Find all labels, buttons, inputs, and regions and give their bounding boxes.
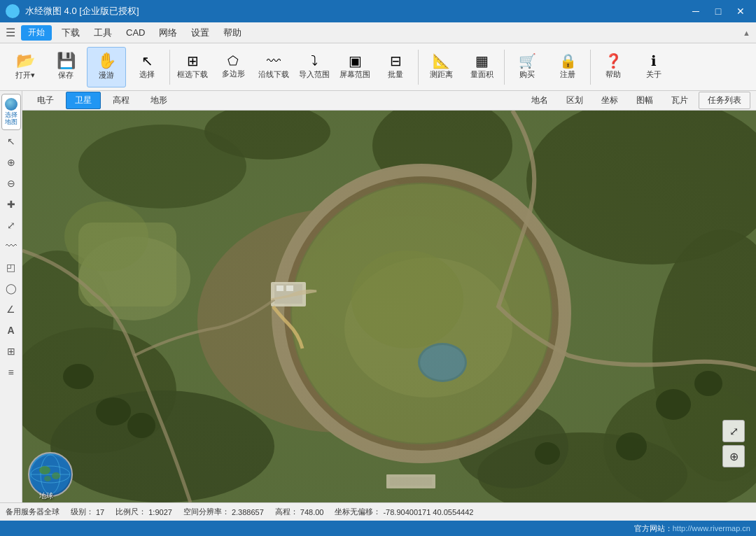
tab-terrain[interactable]: 地形 bbox=[141, 92, 176, 109]
toolbar-measure-dist[interactable]: 📐 测距离 bbox=[421, 47, 461, 87]
svg-point-33 bbox=[127, 413, 155, 438]
sidebar-expand[interactable]: ⤢ bbox=[1, 216, 21, 235]
toolbar-screen-range[interactable]: ▣ 屏幕范围 bbox=[335, 47, 374, 87]
status-service: 备用服务器全球 bbox=[6, 507, 59, 517]
toolbar-about[interactable]: ℹ 关于 bbox=[634, 47, 673, 87]
close-button[interactable]: ✕ bbox=[731, 4, 750, 18]
status-level: 级别： 17 bbox=[71, 507, 104, 517]
menu-tools[interactable]: 工具 bbox=[87, 22, 119, 43]
measure-dist-icon: 📐 bbox=[433, 54, 450, 68]
coord-label: 坐标无偏移： bbox=[335, 507, 381, 517]
map-canvas[interactable]: ⤢ ⊕ 地球 bbox=[22, 111, 756, 502]
svg-point-37 bbox=[616, 432, 647, 460]
open-label: 打开▾ bbox=[15, 71, 35, 80]
coord-lon: -78.90400171 bbox=[383, 508, 430, 516]
sidebar-zoom-in[interactable]: ⊕ bbox=[1, 153, 21, 172]
tab-elevation[interactable]: 高程 bbox=[104, 92, 139, 109]
menu-cad[interactable]: CAD bbox=[119, 22, 152, 43]
footer-bar: 官方网站： http://www.rivermap.cn bbox=[0, 521, 756, 536]
sidebar-angle[interactable]: ∠ bbox=[1, 299, 21, 319]
title-bar: 水经微图 4.0 [企业版已授权] ─ □ ✕ bbox=[0, 0, 756, 22]
select-map-label: 选择地图 bbox=[5, 112, 18, 126]
scale-label: 比例尺： bbox=[115, 507, 146, 517]
resolution-label: 空间分辨率： bbox=[183, 507, 230, 517]
save-icon: 💾 bbox=[57, 53, 76, 69]
minimize-button[interactable]: ─ bbox=[686, 4, 706, 18]
locate-button[interactable]: ⊕ bbox=[722, 445, 745, 467]
toolbar-sep-2 bbox=[418, 50, 419, 85]
toolbar-open[interactable]: 📂 打开▾ bbox=[6, 47, 45, 87]
screen-range-label: 屏幕范围 bbox=[340, 70, 370, 79]
toolbar-measure-area[interactable]: ▦ 量面积 bbox=[462, 47, 501, 87]
svg-point-36 bbox=[694, 371, 722, 396]
map-container[interactable]: 电子 卫星 高程 地形 地名 区划 坐标 图幅 瓦片 任务列表 bbox=[22, 91, 756, 502]
tab-coordinate[interactable]: 坐标 bbox=[594, 92, 626, 109]
tab-satellite[interactable]: 卫星 bbox=[66, 92, 101, 109]
svg-point-44 bbox=[52, 472, 60, 479]
sidebar-add[interactable]: ✚ bbox=[1, 195, 21, 214]
toolbar-line-dl[interactable]: 〰 沿线下载 bbox=[254, 47, 293, 87]
sidebar-grid[interactable]: ⊞ bbox=[1, 341, 21, 361]
svg-point-34 bbox=[63, 364, 94, 389]
globe-overlay bbox=[28, 452, 73, 497]
toolbar-help[interactable]: ❓ 帮助 bbox=[594, 47, 633, 87]
elevation-value: 748.00 bbox=[300, 508, 324, 516]
sidebar-wave[interactable]: 〰 bbox=[1, 237, 21, 256]
map-svg bbox=[22, 111, 756, 502]
menu-network[interactable]: 网络 bbox=[152, 22, 184, 43]
help-icon: ❓ bbox=[605, 54, 622, 68]
menu-help[interactable]: 帮助 bbox=[216, 22, 248, 43]
menu-toggle[interactable]: ☰ bbox=[0, 22, 21, 43]
toolbar-sep-4 bbox=[590, 50, 591, 85]
tab-map-frame[interactable]: 图幅 bbox=[629, 92, 661, 109]
task-list-button[interactable]: 任务列表 bbox=[699, 92, 750, 109]
tab-tile[interactable]: 瓦片 bbox=[664, 92, 696, 109]
toolbar-import-range[interactable]: ⤵ 导入范围 bbox=[295, 47, 334, 87]
svg-point-32 bbox=[96, 397, 131, 425]
app-icon bbox=[6, 4, 20, 18]
footer-url[interactable]: http://www.rivermap.cn bbox=[673, 524, 750, 533]
menu-start-button[interactable]: 开始 bbox=[21, 25, 52, 41]
toolbar-buy[interactable]: 🛒 购买 bbox=[507, 47, 547, 87]
window-controls: ─ □ ✕ bbox=[686, 4, 750, 18]
toolbar-save[interactable]: 💾 保存 bbox=[46, 47, 85, 87]
globe-label: 地球 bbox=[39, 491, 53, 501]
import-range-label: 导入范围 bbox=[299, 70, 330, 79]
sidebar-circle[interactable]: ◯ bbox=[1, 278, 21, 298]
svg-point-35 bbox=[656, 389, 691, 420]
maximize-button[interactable]: □ bbox=[708, 4, 728, 18]
toolbar-roam[interactable]: ✋ 漫游 bbox=[87, 47, 126, 87]
fullscreen-button[interactable]: ⤢ bbox=[722, 420, 745, 442]
tab-place-name[interactable]: 地名 bbox=[524, 92, 556, 109]
select-map-tool[interactable]: 选择地图 bbox=[1, 94, 21, 130]
map-tab-right: 地名 区划 坐标 图幅 瓦片 任务列表 bbox=[524, 92, 750, 109]
sidebar-cursor[interactable]: ↖ bbox=[1, 132, 21, 151]
measure-dist-label: 测距离 bbox=[430, 70, 453, 79]
register-label: 注册 bbox=[560, 70, 575, 79]
app-title: 水经微图 4.0 [企业版已授权] bbox=[25, 5, 139, 17]
toolbar-register[interactable]: 🔒 注册 bbox=[548, 47, 587, 87]
toolbar-batch[interactable]: ⊟ 批量 bbox=[376, 47, 415, 87]
open-icon: 📂 bbox=[16, 53, 35, 69]
sidebar-text[interactable]: A bbox=[1, 320, 21, 340]
select-icon: ↖ bbox=[141, 54, 153, 68]
tab-electronic[interactable]: 电子 bbox=[28, 92, 63, 109]
menu-download[interactable]: 下载 bbox=[55, 22, 87, 43]
toolbar: 📂 打开▾ 💾 保存 ✋ 漫游 ↖ 选择 ⊞ 框选下载 ⬠ 多边形 〰 沿线下载… bbox=[0, 43, 756, 91]
save-label: 保存 bbox=[58, 71, 74, 80]
menu-settings[interactable]: 设置 bbox=[184, 22, 216, 43]
toolbar-select[interactable]: ↖ 选择 bbox=[127, 47, 167, 87]
sidebar-rect[interactable]: ◰ bbox=[1, 258, 21, 277]
expand-icon[interactable]: ▲ bbox=[743, 29, 756, 37]
screen-range-icon: ▣ bbox=[349, 54, 362, 68]
batch-icon: ⊟ bbox=[390, 54, 402, 68]
line-dl-label: 沿线下载 bbox=[258, 70, 289, 79]
help-label: 帮助 bbox=[606, 70, 621, 79]
sidebar-zoom-out[interactable]: ⊖ bbox=[1, 174, 21, 193]
toolbar-poly-dl[interactable]: ⬠ 多边形 bbox=[214, 47, 253, 87]
tab-district[interactable]: 区划 bbox=[559, 92, 591, 109]
footer-label: 官方网站： bbox=[634, 523, 673, 534]
rect-dl-label: 框选下载 bbox=[177, 70, 208, 79]
toolbar-rect-dl[interactable]: ⊞ 框选下载 bbox=[173, 47, 212, 87]
sidebar-layers[interactable]: ≡ bbox=[1, 362, 21, 382]
